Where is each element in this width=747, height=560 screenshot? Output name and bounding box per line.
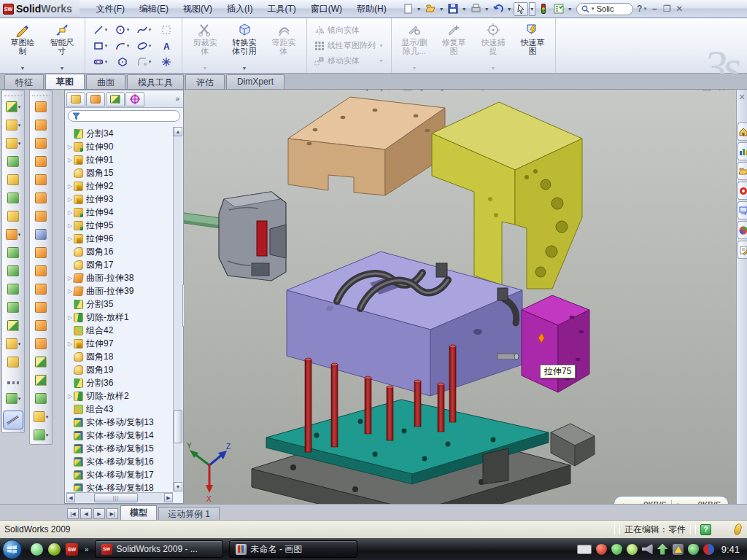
tree-item[interactable]: 实体-移动/复制18 [66,481,173,491]
curve-caret-icon[interactable]: ▾ [18,396,21,402]
panel-chevron-icon[interactable]: » [175,95,182,103]
tree-item[interactable]: ▷切除-放样2 [66,389,173,402]
expand-arrow-icon[interactable]: ▷ [66,157,74,163]
tree-scroll-thumb[interactable] [174,410,182,443]
convert-entities-button[interactable]: 转换实 体引用▼ [225,20,264,71]
dimxpertmanager-tab[interactable] [125,92,144,106]
sketch-draw-caret-icon[interactable]: ▼ [20,66,26,71]
tree-item[interactable]: ▷拉伸94 [66,206,173,219]
doc-restore-button[interactable]: ❐ [702,90,711,93]
close-button[interactable]: ✕ [673,3,686,15]
tree-item[interactable]: 分割36 [66,376,173,389]
extruded-cut-caret-icon[interactable]: ▾ [18,104,21,110]
view-palette-tab[interactable] [738,201,747,219]
taskbar-button[interactable]: 未命名 - 画图 [229,540,357,558]
solidworks-resources-tab[interactable] [738,122,747,141]
help-button[interactable]: ?▼ [636,3,649,15]
lofted-boss-button[interactable] [2,171,24,189]
fillet-caret-icon[interactable]: ▾ [18,141,21,147]
expand-arrow-icon[interactable]: ▷ [66,236,74,242]
tree-item[interactable]: 分割34 [66,127,173,140]
expand-arrow-icon[interactable]: ▷ [66,196,74,203]
measure-button-pressed[interactable] [3,411,23,429]
tree-item[interactable]: 实体-移动/复制17 [66,468,173,481]
sync-tray-icon[interactable] [657,544,668,555]
print-caret-icon[interactable]: ▼ [484,2,490,16]
graphics-viewport[interactable]: Y Z X ▼▼▼▼▼ – ❐ ✕ 拉伸75 ↓ 0KB/S ↑ 0KB/S [184,90,736,504]
toolbar-drag-handle[interactable] [32,91,50,96]
tree-item[interactable]: ▷切除-放样1 [66,311,173,324]
save-button[interactable] [446,2,460,16]
tree-vertical-scrollbar[interactable]: ▲ ▼ [173,127,182,491]
tab-曲面[interactable]: 曲面 [86,74,125,89]
quick-tips-icon[interactable]: ? [700,524,711,535]
support-block[interactable] [483,448,508,484]
polygon-button[interactable] [112,54,133,70]
tree-filter-input[interactable] [68,110,180,122]
expand-arrow-icon[interactable]: ▷ [66,393,74,400]
reference-plane-button[interactable] [2,353,24,371]
tree-item[interactable]: ▷拉伸95 [66,219,173,232]
defender-tray-icon[interactable] [688,544,699,555]
line-caret-icon[interactable]: ▼ [104,28,109,32]
expand-arrow-icon[interactable]: ▷ [66,183,74,190]
custom-properties-tab[interactable] [738,241,747,259]
undo-button[interactable] [491,2,506,16]
tree-item[interactable]: 圆角17 [66,258,173,271]
scroll-down-icon[interactable]: ▼ [174,482,182,491]
draft-button[interactable] [2,280,24,298]
next-tab-button[interactable]: ▶ [93,508,105,519]
badge-tray-icon[interactable] [627,544,638,555]
section-view-button[interactable] [401,90,414,93]
scroll-left-icon[interactable]: ◀ [66,493,75,502]
stoplight-button[interactable] [536,2,551,16]
search-caret-icon[interactable]: ▼ [591,7,595,11]
dome-button[interactable] [30,389,52,408]
clock[interactable]: 9:41 [721,544,740,555]
select-box-button[interactable] [155,22,177,38]
spline-curve-button[interactable]: ▾ [30,426,52,444]
tree-item[interactable]: 圆角16 [66,245,173,258]
warning-tray-icon[interactable] [673,544,684,555]
menu-help[interactable]: 帮助(H) [350,1,393,17]
minimize-button[interactable]: – [649,3,661,15]
yellow-bracket-part[interactable] [432,102,582,289]
tree-item[interactable]: 圆角19 [66,363,173,376]
propertymanager-tab[interactable] [86,92,105,106]
rapid-sketch-button[interactable]: 快速草 图 [513,20,552,71]
zoom-fit-button[interactable] [357,90,370,93]
tree-item[interactable]: 实体-移动/复制14 [66,429,173,442]
design-checker-button[interactable] [551,2,566,16]
expand-arrow-icon[interactable]: ▷ [66,341,74,347]
taskpane-close-icon[interactable]: ✕ [737,93,747,102]
input-method-icon[interactable] [577,545,592,554]
menu-tools[interactable]: 工具(T) [260,1,302,17]
tree-item[interactable]: 实体-移动/复制15 [66,442,173,455]
arc-button[interactable]: ▼ [112,38,133,54]
menu-edit[interactable]: 编辑(E) [133,1,175,17]
tab-特征[interactable]: 特征 [4,74,44,89]
line-button[interactable]: ▼ [90,22,112,38]
circle-caret-icon[interactable]: ▼ [126,28,131,32]
tree-item[interactable]: ▷拉伸93 [66,192,173,206]
tree-item[interactable]: 组合42 [66,324,173,337]
knit-surface-button[interactable] [30,316,52,335]
tab-motion-study[interactable]: 运动算例 1 [158,507,220,520]
undo-caret-icon[interactable]: ▼ [506,2,513,16]
boundary-surface-button[interactable] [30,171,52,189]
extruded-cut-button[interactable]: ▾ [2,98,24,116]
extruded-boss-caret-icon[interactable]: ▾ [18,122,21,128]
toolbar-drag-handle[interactable] [4,91,22,96]
linear-pattern-button[interactable]: ▾ [2,225,24,244]
featuremanager-tab[interactable] [66,92,85,106]
top-clamp-plate[interactable] [288,97,445,195]
centerline-button[interactable] [2,371,24,389]
extruded-boss-button[interactable]: ▾ [2,116,24,134]
fillet-button[interactable]: ▾ [2,134,24,152]
rectangle-caret-icon[interactable]: ▼ [104,44,109,48]
extend-surface-button[interactable] [30,262,52,280]
tab-评估[interactable]: 评估 [185,74,225,89]
view-settings-button[interactable]: ▼ [512,90,530,93]
rectangle-button[interactable]: ▼ [90,38,112,54]
replace-face-button[interactable] [30,298,52,316]
